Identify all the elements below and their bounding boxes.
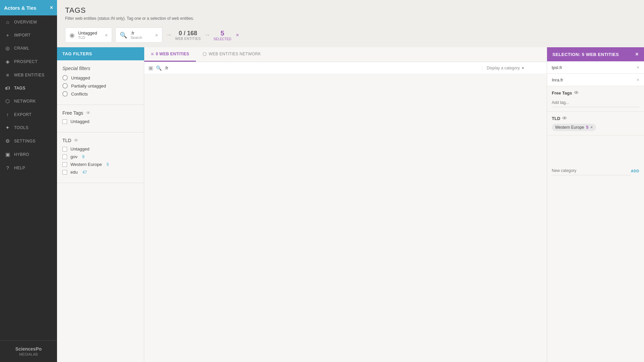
selection-tld-eye-icon[interactable]: 👁 [562,116,567,121]
display-category-selector[interactable]: Display a category ▾ [482,66,543,70]
tld-untagged-checkbox[interactable]: Untagged [62,146,139,152]
free-tags-section: Free Tags 👁 Untagged [57,105,144,132]
page-header: TAGS Filter web entities (status IN only… [57,0,644,24]
checkbox-free-untagged [62,119,67,124]
filter-chip-search[interactable]: 🔍 .fr Search × [115,27,162,43]
tld-gov-checkbox[interactable]: gov 9 [62,154,139,159]
new-category-input[interactable] [552,166,631,175]
sidebar-item-label: CRAWL [14,46,29,51]
tld-western-europe-checkbox[interactable]: Western Europe 5 [62,162,139,167]
tld-eye-icon[interactable]: 👁 [74,138,78,143]
selection-close-icon[interactable]: × [635,51,639,57]
selection-item-inra-close[interactable]: × [637,77,639,82]
chip-content-untagged: Untagged TLD [78,31,97,40]
page-title: TAGS [65,6,636,15]
web-entities-tab-icon: ≡ [151,51,154,57]
counter-sep: / [182,30,187,37]
counter-numbers: 0 / 168 [179,30,197,37]
chevron-down-icon: ▾ [522,66,524,70]
radio-circle-partially [62,83,68,88]
radio-circle-conflicts [62,91,68,97]
filter-partially-radio[interactable]: Partially untagged [62,83,139,88]
sidebar-item-label: EXPORT [14,112,32,117]
sidebar-item-settings[interactable]: ⚙ SETTINGS [0,134,57,148]
logo-sciencespo: SciencesPo [5,346,52,352]
filter-untagged-radio[interactable]: Untagged [62,75,139,80]
free-tags-title: Free Tags 👁 [62,110,139,116]
search-bar: ▣ 🔍 Display a category ▾ [144,62,547,74]
tld-untagged-label: Untagged [70,146,89,152]
add-category-button[interactable]: ADD [631,169,639,173]
sidebar-item-help[interactable]: ? HELP [0,161,57,174]
sidebar-nav: ⌂ OVERVIEW + IMPORT ◎ CRAWL ◈ PROSPECT ≡… [0,15,57,340]
selection-header: SELECTION: 5 WEB ENTITIES × [547,47,644,61]
filter-partially-label: Partially untagged [71,83,106,88]
sidebar-item-tags[interactable]: 🏷 TAGS [0,81,57,95]
sidebar-item-import[interactable]: + IMPORT [0,28,57,42]
tld-tag-western-europe: Western Europe 5 × [552,124,596,131]
crawl-icon: ◎ [5,45,11,51]
sidebar-item-crawl[interactable]: ◎ CRAWL [0,42,57,55]
tab-web-entities[interactable]: ≡ 0 WEB ENTITIES [144,47,196,62]
selected-close-icon[interactable]: × [236,32,239,38]
filter-conflicts-radio[interactable]: Conflicts [62,91,139,97]
search-icon: 🔍 [156,65,162,71]
sidebar-item-network[interactable]: ⬡ NETWORK [0,95,57,108]
sidebar-close-icon[interactable]: × [50,5,53,11]
search-input[interactable] [164,65,480,70]
chip-close-untagged[interactable]: × [105,33,108,38]
sidebar-item-export[interactable]: ↑ EXPORT [0,108,57,121]
sidebar-item-label: PROSPECT [14,59,38,64]
chip-close-search[interactable]: × [155,33,158,38]
sidebar-footer: SciencesPo MÉDIALAB [0,340,57,362]
add-tag-input[interactable] [552,98,639,107]
tld-edu-checkbox[interactable]: edu 47 [62,170,139,175]
gear-icon: ⚙ [5,138,11,144]
selection-header-label: SELECTION: 5 WEB ENTITIES [552,52,619,57]
checkbox-tld-untagged [62,147,67,152]
selection-free-tags-eye-icon[interactable]: 👁 [574,90,579,96]
counter-zero: 0 [179,30,182,37]
radio-circle-untagged [62,75,68,80]
hybro-icon: ▣ [5,152,11,158]
special-filters-section: Special filters Untagged Partially untag… [57,60,144,105]
tld-tag-label: Western Europe [555,125,584,130]
free-tags-untagged-checkbox[interactable]: Untagged [62,119,139,124]
sidebar-item-label: OVERVIEW [14,20,37,24]
home-icon: ⌂ [5,19,11,25]
tag-icon: 🏷 [5,85,11,91]
new-category-row: ADD [552,166,639,175]
free-tags-eye-icon[interactable]: 👁 [86,110,91,116]
sidebar-item-overview[interactable]: ⌂ OVERVIEW [0,15,57,28]
selection-tld-title: TLD 👁 [552,116,639,121]
sidebar-item-label: SETTINGS [14,139,36,143]
tld-gov-count: 9 [82,155,85,159]
tld-label: TLD [62,138,71,143]
search-toggle-icon[interactable]: ▣ [148,65,153,71]
spacer [547,135,644,162]
tab-network[interactable]: ⬡ WEB ENTITIES NETWORK [196,47,268,62]
selected-label: SELECTED [214,37,231,41]
selection-panel: SELECTION: 5 WEB ENTITIES × lpsl.fr × In… [547,47,644,362]
selection-item-inra-label: Inra.fr [552,77,563,82]
selection-item-lpsl-close[interactable]: × [637,65,639,70]
tag-filters-panel: TAG FILTERS Special filters Untagged Par… [57,47,144,362]
filter-conflicts-label: Conflicts [71,92,88,97]
search-filter-icon: 🔍 [120,32,127,39]
sidebar-item-web-entities[interactable]: ≡ WEB ENTITIES [0,68,57,81]
sidebar-item-label: HELP [14,166,25,170]
chip-label-untagged: Untagged [78,31,97,36]
filter-chip-untagged[interactable]: ◉ Untagged TLD × [65,27,112,43]
selected-number: 5 [220,29,224,37]
tld-filter-title: TLD 👁 [62,138,139,143]
sidebar-item-hybro[interactable]: ▣ HYBRO [0,148,57,161]
chip-content-search: .fr Search [130,31,142,40]
tld-edu-count: 47 [83,170,87,175]
sidebar-item-tools[interactable]: ✦ TOOLS [0,121,57,134]
tld-tag-close-icon[interactable]: × [590,125,593,130]
new-category-section: ADD [547,162,644,179]
filter-bar: ◉ Untagged TLD × 🔍 .fr Search × → 0 / 16… [57,24,644,47]
tld-edu-label: edu [70,170,78,175]
sidebar-item-label: WEB ENTITIES [14,73,45,77]
sidebar-item-prospect[interactable]: ◈ PROSPECT [0,55,57,68]
